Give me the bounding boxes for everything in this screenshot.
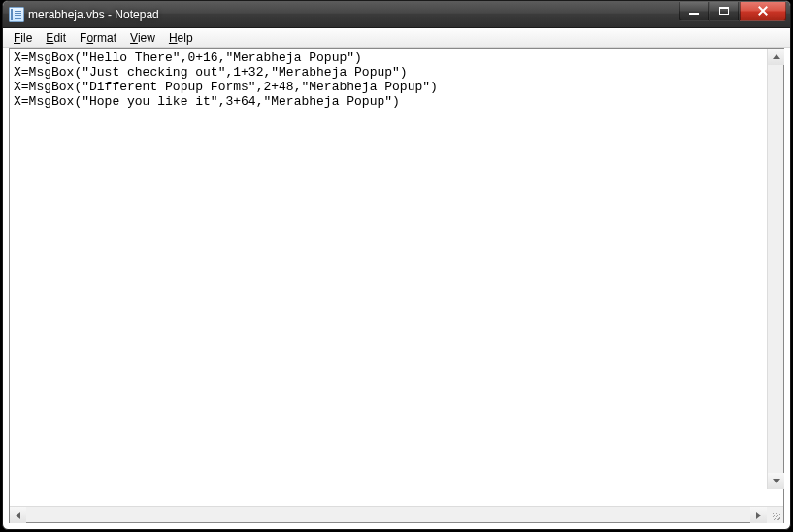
resize-grip[interactable] [767,507,783,523]
close-button[interactable] [740,2,786,21]
scroll-right-button[interactable] [750,507,767,523]
titlebar[interactable]: merabheja.vbs - Notepad [3,1,790,28]
editor-container: X=MsgBox("Hello There",0+16,"Merabheja P… [9,48,784,523]
maximize-icon [719,7,729,15]
minimize-icon [689,12,699,15]
menu-edit[interactable]: Edit [39,29,73,47]
scroll-up-button[interactable] [768,49,784,65]
vertical-scrollbar[interactable] [767,49,783,489]
menu-format[interactable]: Format [73,29,123,47]
chevron-right-icon [756,512,761,519]
chevron-left-icon [16,512,20,519]
notepad-icon [9,7,24,22]
menubar: File Edit Format View Help [3,28,790,48]
window-title: merabheja.vbs - Notepad [28,8,159,21]
horizontal-scrollbar[interactable] [10,506,783,522]
menu-help[interactable]: Help [162,29,200,47]
chevron-down-icon [773,479,780,483]
scroll-down-button[interactable] [768,473,784,489]
text-editor[interactable]: X=MsgBox("Hello There",0+16,"Merabheja P… [10,49,783,506]
notepad-window: merabheja.vbs - Notepad File Edit Format… [2,0,791,530]
scroll-left-button[interactable] [10,507,26,523]
menu-view[interactable]: View [123,29,162,47]
horizontal-scroll-track[interactable] [26,507,750,522]
vertical-scroll-track[interactable] [768,65,783,473]
minimize-button[interactable] [679,2,709,21]
close-icon [757,5,769,17]
maximize-button[interactable] [710,2,739,21]
chevron-up-icon [773,54,780,59]
menu-file[interactable]: File [7,29,39,47]
